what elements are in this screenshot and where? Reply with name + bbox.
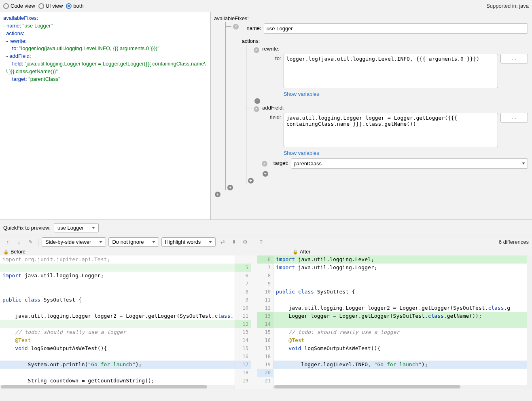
diff-viewer: import org.junit.jupiter.api.Test; impor… — [0, 255, 532, 389]
diff-connector — [251, 255, 257, 389]
name-input[interactable] — [264, 23, 528, 34]
quickfix-preview-bar: QuickFix to preview: use Logger — [0, 220, 532, 236]
before-title: Before — [11, 249, 25, 255]
remove-icon[interactable]: × — [262, 161, 267, 167]
radio-label: Code view — [11, 3, 35, 9]
yaml-code-pane[interactable]: availableFixes: - name: "use Logger" act… — [0, 12, 211, 219]
target-select[interactable]: parentClass — [291, 158, 528, 169]
scrollbar-horizontal[interactable] — [0, 385, 235, 389]
radio-ui-view[interactable]: UI view — [38, 3, 63, 9]
tree-root-label: availableFixes: — [214, 15, 249, 22]
actions-label: actions: — [242, 37, 260, 45]
view-modes: Code view UI view both — [3, 3, 84, 9]
next-diff-button[interactable]: ↓ — [15, 238, 23, 247]
name-label: name: — [242, 23, 261, 31]
field-label: field: — [262, 113, 281, 120]
diff-before-pane[interactable]: import org.junit.jupiter.api.Test; impor… — [0, 255, 235, 389]
more-button[interactable]: ... — [500, 54, 528, 63]
lock-icon: 🔒 — [3, 249, 9, 255]
radio-both[interactable]: both — [66, 3, 83, 9]
radio-label: UI view — [46, 3, 63, 9]
target-label: target: — [271, 158, 288, 166]
diff-marker-bar[interactable] — [527, 255, 532, 389]
add-icon[interactable]: + — [254, 98, 260, 104]
diff-after-pane[interactable]: import java.util.logging.Level; import j… — [273, 255, 527, 389]
to-label: to: — [262, 54, 281, 61]
addfield-label: addField: — [262, 104, 284, 112]
gear-icon[interactable]: ⚙ — [241, 238, 250, 247]
add-icon[interactable]: + — [215, 192, 220, 197]
chevron-down-icon — [209, 241, 212, 243]
scrollbar-horizontal[interactable] — [273, 385, 527, 389]
remove-icon[interactable]: × — [254, 106, 259, 112]
rewrite-label: rewrite: — [262, 45, 280, 53]
sync-scroll-icon[interactable]: ⬍ — [229, 238, 238, 247]
view-mode-bar: Code view UI view both Supported in: jav… — [0, 0, 532, 12]
chevron-down-icon — [92, 227, 95, 229]
chevron-down-icon — [152, 241, 155, 243]
diff-count-label: 6 differences — [499, 239, 529, 245]
show-variables-link[interactable]: Show variables — [284, 150, 319, 156]
more-button[interactable]: ... — [500, 113, 528, 122]
remove-icon[interactable]: × — [233, 24, 239, 30]
supported-label: Supported in: java — [486, 3, 529, 9]
field-textarea[interactable]: java.util.logging.Logger logger = Logger… — [284, 113, 498, 147]
remove-icon[interactable]: × — [254, 47, 259, 53]
collapse-icon[interactable]: ⇄ — [218, 238, 227, 247]
edit-icon[interactable]: ✎ — [26, 238, 35, 247]
right-gutter: 6 7 8 9 10 11 12 13 14 15 16 17 18 19 20… — [257, 255, 273, 389]
after-title: After — [300, 249, 310, 255]
chevron-down-icon — [522, 163, 525, 165]
diff-titles: 🔒 Before 🔒 After — [0, 248, 532, 255]
quickfix-select[interactable]: use Logger — [54, 223, 99, 232]
lock-icon: 🔒 — [292, 249, 298, 255]
viewer-mode-select[interactable]: Side-by-side viewer — [42, 237, 106, 247]
add-icon[interactable]: + — [263, 171, 268, 177]
radio-label: both — [73, 3, 83, 9]
help-icon[interactable]: ? — [256, 238, 265, 247]
show-variables-link[interactable]: Show variables — [284, 91, 319, 97]
highlight-select[interactable]: Highlight words — [161, 237, 216, 247]
add-icon[interactable]: + — [227, 185, 233, 190]
to-textarea[interactable]: logger.log(java.util.logging.Level.INFO,… — [284, 54, 498, 88]
radio-code-view[interactable]: Code view — [3, 3, 35, 9]
form-ui-pane: availableFixes: × name: actions: × — [211, 12, 532, 219]
chevron-down-icon — [99, 241, 102, 243]
ignore-select[interactable]: Do not ignore — [108, 237, 159, 247]
left-gutter: 5 6 7 8 9 10 11 12 13 14 15 16 17 18 19 — [235, 255, 251, 389]
add-icon[interactable]: + — [248, 178, 254, 184]
diff-toolbar: ↑ ↓ ✎ Side-by-side viewer Do not ignore … — [0, 236, 532, 248]
prev-diff-button[interactable]: ↑ — [3, 238, 12, 247]
quickfix-label: QuickFix to preview: — [3, 225, 51, 231]
